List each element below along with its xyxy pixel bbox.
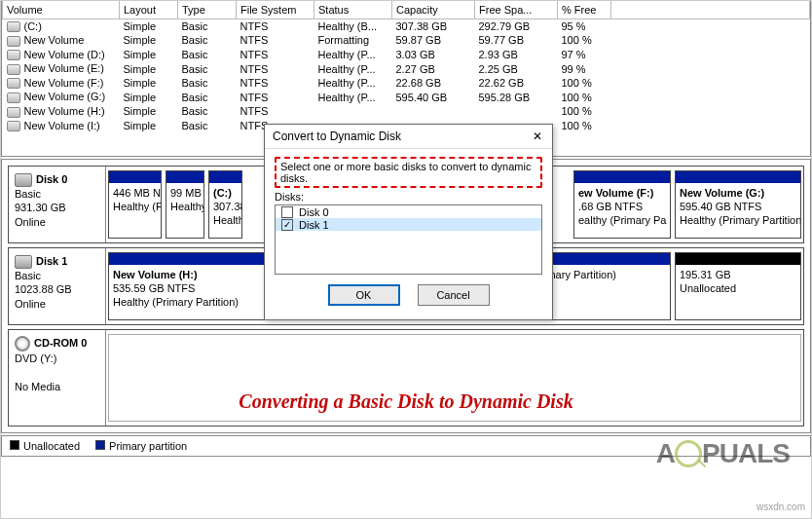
dialog-instruction: Select one or more basic disks to conver… [275, 157, 542, 188]
cell-fs: NTFS [237, 76, 314, 91]
cell-free: 22.62 GB [475, 76, 558, 91]
annotation-caption: Converting a Basic Disk to Dynamic Disk [1, 390, 811, 413]
cell-status: Healthy (P... [314, 48, 392, 62]
cell-name: New Volume (I:) [3, 119, 120, 133]
partition[interactable]: 446 MB NTHealthy (P [108, 170, 162, 239]
close-icon[interactable]: ✕ [531, 130, 544, 143]
partition-size: 99 MB [170, 187, 200, 201]
volume-header-row[interactable]: Volume Layout Type File System Status Ca… [3, 1, 810, 19]
cell-name: New Volume (E:) [3, 61, 120, 76]
cell-type: Basic [178, 61, 237, 76]
checkbox[interactable]: ✓ [281, 219, 293, 231]
cell-cap: 3.03 GB [392, 48, 475, 62]
partition-size: 446 MB NT [113, 187, 157, 201]
cell-type: Basic [178, 76, 237, 91]
cell-layout: Simple [120, 76, 178, 91]
disk-type: DVD (Y:) [15, 352, 56, 364]
cell-cap: 595.40 GB [392, 90, 475, 104]
volume-row[interactable]: New Volume (D:)SimpleBasicNTFSHealthy (P… [3, 48, 810, 62]
disk-icon [15, 255, 32, 269]
legend-unallocated: Unallocated [10, 440, 80, 452]
partition-status: ealthy (Primary Pa [578, 214, 666, 228]
volume-row[interactable]: New Volume (E:)SimpleBasicNTFSHealthy (P… [3, 61, 810, 76]
col-status[interactable]: Status [314, 1, 392, 19]
cancel-button[interactable]: Cancel [418, 284, 490, 306]
cell-layout: Simple [120, 104, 178, 119]
convert-to-dynamic-dialog: Convert to Dynamic Disk ✕ Select one or … [264, 124, 553, 320]
partition-name: (C:) [213, 187, 238, 201]
volume-row[interactable]: (C:)SimpleBasicNTFSHealthy (B...307.38 G… [3, 19, 810, 33]
partition[interactable]: New Volume (G:)595.40 GB NTFSHealthy (Pr… [675, 170, 801, 239]
disk-title: Disk 1 [36, 255, 67, 267]
cell-name: (C:) [3, 19, 120, 33]
volume-row[interactable]: New Volume (G:)SimpleBasicNTFSHealthy (P… [3, 90, 810, 104]
checkbox[interactable] [281, 206, 293, 218]
cell-layout: Simple [120, 61, 178, 76]
partition-size: 595.40 GB NTFS [680, 201, 796, 214]
volume-row[interactable]: New Volume (F:)SimpleBasicNTFSHealthy (P… [3, 76, 810, 91]
cell-status: Healthy (P... [314, 76, 392, 91]
col-capacity[interactable]: Capacity [392, 1, 475, 19]
cell-name: New Volume [3, 33, 120, 48]
cell-free [475, 104, 558, 119]
col-spacer [611, 1, 810, 19]
watermark-url: wsxdn.com [757, 501, 805, 512]
cell-name: New Volume (G:) [3, 90, 120, 104]
partition[interactable]: 99 MBHealthy [166, 170, 204, 239]
cell-cap: 22.68 GB [392, 76, 475, 91]
cell-pct: 97 % [558, 48, 611, 62]
disk-type: Basic [15, 270, 41, 281]
cell-fs: NTFS [237, 48, 314, 62]
cell-status [314, 104, 392, 119]
partition[interactable]: (C:)307.38Healthy [208, 170, 242, 239]
cell-pct: 100 % [558, 33, 611, 48]
cell-layout: Simple [120, 90, 178, 104]
partition-status: Healthy [213, 214, 238, 228]
col-pctfree[interactable]: % Free [558, 1, 611, 19]
col-volume[interactable]: Volume [3, 1, 120, 19]
cell-free: 292.79 GB [475, 19, 558, 33]
magnifier-icon [675, 440, 702, 467]
cell-layout: Simple [120, 119, 178, 133]
legend-primary: Primary partition [95, 440, 187, 452]
disk-title: Disk 0 [36, 173, 67, 185]
cell-layout: Simple [120, 19, 178, 33]
cell-pct: 100 % [558, 119, 611, 133]
disk-size: 1023.88 GB [15, 283, 72, 295]
disk-icon [15, 173, 32, 187]
ok-button[interactable]: OK [328, 284, 400, 306]
partition-size: 195.31 GB [680, 269, 796, 282]
cell-fs: NTFS [237, 19, 314, 33]
col-type[interactable]: Type [178, 1, 237, 19]
partition[interactable]: ew Volume (F:).68 GB NTFSealthy (Primary… [573, 170, 671, 239]
col-freespace[interactable]: Free Spa... [475, 1, 558, 19]
cell-layout: Simple [120, 33, 178, 48]
swatch-unallocated [10, 440, 19, 450]
swatch-primary [95, 440, 105, 450]
cell-free: 2.25 GB [475, 61, 558, 76]
cell-cap: 307.38 GB [392, 19, 475, 33]
col-layout[interactable]: Layout [120, 1, 178, 19]
dialog-title-text: Convert to Dynamic Disk [273, 130, 401, 143]
volume-row[interactable]: New Volume (H:)SimpleBasicNTFS100 % [3, 104, 810, 119]
volume-row[interactable]: New VolumeSimpleBasicNTFSFormatting59.87… [3, 33, 810, 48]
cell-name: New Volume (D:) [3, 48, 120, 62]
cell-pct: 100 % [558, 76, 611, 91]
cell-fs: NTFS [237, 61, 314, 76]
disk-info: Disk 0 Basic 931.30 GB Online [9, 167, 106, 242]
col-fs[interactable]: File System [237, 1, 314, 19]
dialog-disk-list[interactable]: Disk 0✓Disk 1 [275, 204, 542, 275]
partition[interactable]: 195.31 GBUnallocated [675, 252, 801, 320]
cell-cap [392, 104, 475, 119]
cell-pct: 95 % [558, 19, 611, 33]
cell-type: Basic [178, 119, 237, 133]
dialog-disk-item[interactable]: ✓Disk 1 [276, 218, 541, 231]
cell-type: Basic [178, 48, 237, 62]
partition-status: Healthy [170, 201, 200, 214]
cell-name: New Volume (H:) [3, 104, 120, 119]
disk-title: CD-ROM 0 [34, 337, 87, 349]
cell-type: Basic [178, 19, 237, 33]
cell-cap: 59.87 GB [392, 33, 475, 48]
dialog-disk-item[interactable]: Disk 0 [276, 205, 541, 218]
cell-type: Basic [178, 33, 237, 48]
